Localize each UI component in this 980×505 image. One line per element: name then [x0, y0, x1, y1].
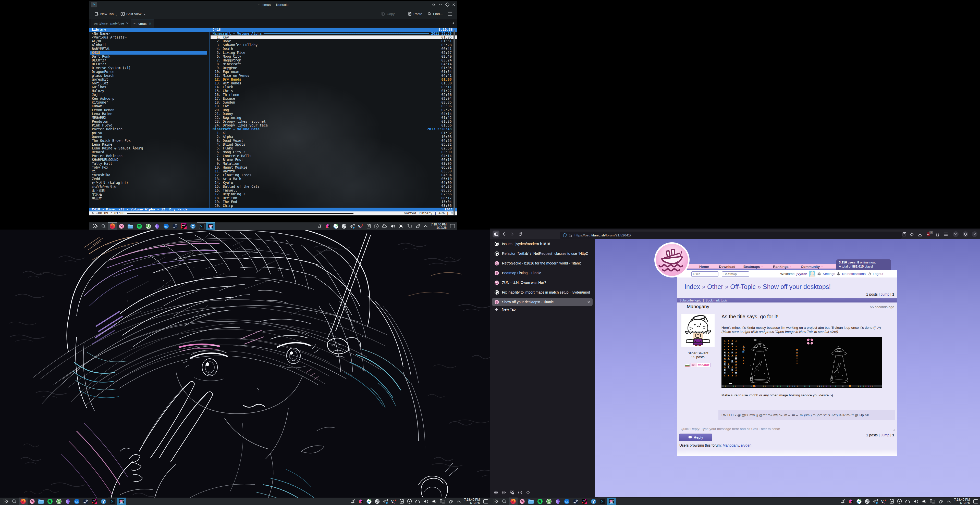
svg-text:c: c — [360, 225, 362, 228]
svg-text:RD: RD — [93, 500, 96, 502]
svg-text:V: V — [881, 499, 883, 503]
svg-text:V: V — [391, 499, 393, 503]
svg-text:RD: RD — [182, 224, 185, 227]
svg-text:RD: RD — [583, 500, 586, 502]
svg-text:c: c — [883, 500, 885, 503]
svg-text:c: c — [393, 500, 395, 503]
svg-text:V: V — [358, 224, 360, 228]
svg-text:u: u — [928, 233, 929, 236]
